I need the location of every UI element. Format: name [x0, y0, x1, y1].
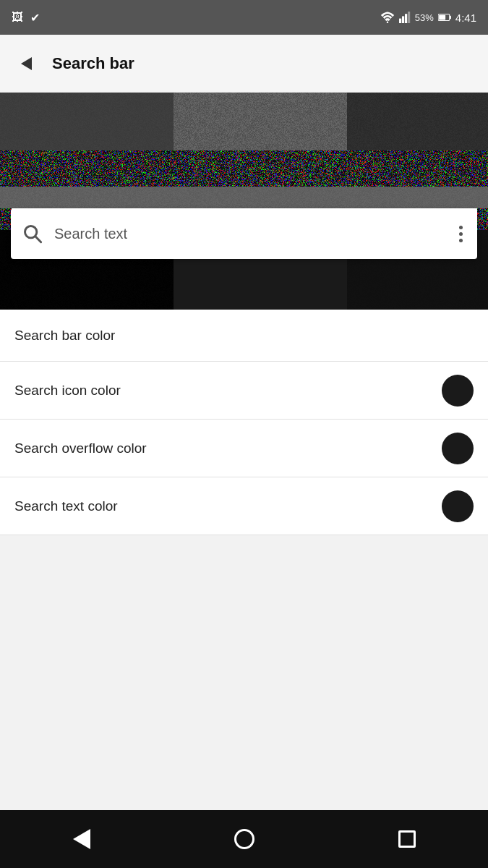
- overflow-menu-icon[interactable]: [456, 223, 466, 245]
- back-arrow-icon: [21, 57, 32, 70]
- preview-area: Search text: [0, 93, 488, 310]
- search-bar-color-label: Search bar color: [14, 328, 115, 344]
- settings-list: Search bar color Search icon color Searc…: [0, 310, 488, 535]
- nav-home-button[interactable]: [223, 817, 266, 861]
- app-bar: Search bar: [0, 35, 488, 93]
- dark-row-top: [0, 93, 488, 150]
- nav-recent-button[interactable]: [385, 817, 429, 861]
- nav-back-button[interactable]: [60, 817, 103, 861]
- dark-block-1: [0, 93, 174, 150]
- search-overflow-color-circle[interactable]: [442, 433, 474, 464]
- svg-rect-4: [408, 12, 410, 23]
- settings-item-search-bar-color[interactable]: Search bar color: [0, 310, 488, 362]
- svg-rect-6: [450, 16, 451, 20]
- dark-block-2: [174, 93, 347, 150]
- status-bar-right-icons: 53% 4:41: [380, 12, 476, 24]
- search-overflow-color-label: Search overflow color: [14, 441, 147, 456]
- page-title: Search bar: [52, 54, 134, 73]
- search-text-preview: Search text: [54, 226, 456, 242]
- svg-rect-1: [399, 19, 401, 23]
- settings-item-search-icon-color[interactable]: Search icon color: [0, 362, 488, 420]
- preview-search-bar: Search text: [11, 208, 477, 259]
- overflow-dot-3: [459, 239, 463, 242]
- nav-back-icon: [73, 829, 90, 849]
- status-bar-left-icons: 🖼 ✔: [12, 11, 374, 25]
- svg-point-0: [387, 21, 389, 23]
- nav-recent-icon: [398, 830, 416, 848]
- check-icon: ✔: [30, 11, 40, 25]
- search-text-color-circle[interactable]: [442, 490, 474, 522]
- svg-rect-3: [405, 14, 407, 23]
- dark-block-3: [347, 93, 488, 150]
- search-icon: [22, 224, 43, 244]
- search-icon-color-label: Search icon color: [14, 383, 121, 399]
- settings-item-search-text-color[interactable]: Search text color: [0, 477, 488, 535]
- overflow-dot-1: [459, 226, 463, 229]
- image-icon: 🖼: [12, 11, 23, 24]
- search-text-color-label: Search text color: [14, 498, 118, 514]
- overflow-dot-2: [459, 232, 463, 236]
- svg-line-9: [35, 237, 41, 242]
- search-icon-color-circle[interactable]: [442, 375, 474, 407]
- battery-icon: [438, 12, 451, 22]
- signal-icon: [399, 12, 411, 23]
- status-time: 4:41: [455, 12, 476, 24]
- wifi-icon: [380, 12, 395, 23]
- settings-item-search-overflow-color[interactable]: Search overflow color: [0, 420, 488, 477]
- back-button[interactable]: [12, 49, 40, 78]
- svg-rect-7: [439, 15, 445, 20]
- battery-percentage: 53%: [415, 12, 434, 23]
- nav-bar: [0, 810, 488, 868]
- nav-home-icon: [234, 829, 254, 849]
- svg-rect-2: [402, 16, 404, 23]
- status-bar: 🖼 ✔ 53% 4:41: [0, 0, 488, 35]
- dark-row-mid: [0, 187, 488, 208]
